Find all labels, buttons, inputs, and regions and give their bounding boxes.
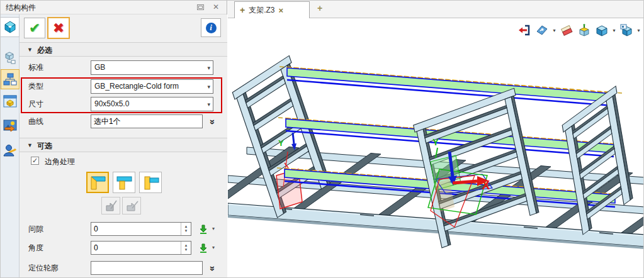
section-required[interactable]: ▼ 必选	[20, 42, 227, 57]
view-toolbar: ▾	[516, 22, 641, 38]
user-icon	[3, 143, 18, 158]
angle-inherit-button[interactable]	[197, 242, 210, 254]
axis-y-label: Y	[432, 136, 439, 147]
tab-hierarchy-icon[interactable]	[1, 69, 20, 89]
trim-icon	[103, 198, 118, 213]
section-pin-button[interactable]	[576, 22, 592, 38]
info-button[interactable]: i	[201, 18, 221, 37]
section-optional-label: 可选	[37, 141, 52, 152]
hierarchy-icon	[3, 72, 18, 87]
double-chevron-icon: »	[208, 119, 219, 123]
collapse-arrow-icon: ▼	[27, 47, 33, 53]
application-window: 结构构件 ✕	[0, 0, 644, 278]
standard-value: GB	[94, 63, 105, 72]
double-chevron-icon: »	[208, 265, 219, 270]
cancel-button[interactable]: ✖	[47, 17, 70, 39]
angle-spin-arrows[interactable]: ▲ ▼	[181, 242, 191, 254]
tab-document[interactable]: + 支架.Z3 ×	[234, 1, 310, 18]
tab-view-window-icon[interactable]	[1, 91, 20, 111]
gap-inherit-button[interactable]	[197, 223, 210, 235]
spin-down-icon[interactable]: ▼	[184, 248, 188, 252]
model-viewport-3d[interactable]: Y	[228, 18, 644, 278]
section-optional[interactable]: ▼ 可选	[20, 138, 227, 152]
tab-shape-icon[interactable]	[1, 17, 20, 37]
shape-cube-icon	[3, 19, 18, 35]
axis-x-label: X	[482, 178, 490, 192]
cancel-x-icon: ✖	[53, 20, 64, 36]
chevron-down-icon: ▾	[207, 98, 210, 111]
view-window-icon	[3, 94, 18, 109]
info-icon: i	[206, 23, 217, 33]
structural-member-panel: 结构构件 ✕	[1, 1, 227, 278]
display-mode-caret-icon[interactable]: ▾	[611, 28, 617, 33]
chevron-down-icon: ▾	[207, 62, 210, 75]
cube-window-icon	[619, 23, 633, 37]
ok-button[interactable]: ✔	[24, 18, 45, 38]
exit-icon	[517, 23, 531, 37]
panel-title: 结构构件	[6, 3, 36, 13]
angle-inherit-caret-icon[interactable]: ▾	[212, 245, 215, 250]
tab-plus-icon[interactable]: +	[240, 5, 245, 15]
corner-miter-icon	[88, 174, 107, 191]
view-manager-caret-icon[interactable]: ▾	[636, 28, 641, 33]
tab-render-icon[interactable]	[1, 115, 20, 135]
standard-label: 标准	[28, 62, 43, 73]
corner-butt1-button[interactable]	[113, 172, 135, 193]
tab-close-icon[interactable]: ×	[279, 6, 284, 15]
trim-extend-button-1[interactable]	[101, 197, 120, 214]
gap-input[interactable]	[91, 222, 191, 236]
curve-input[interactable]	[91, 114, 203, 128]
type-combobox[interactable]: GB_Rectangle-Cold form ▾	[91, 79, 213, 94]
green-arrow-down-icon	[198, 225, 208, 234]
corner-treatment-label: 边角处理	[45, 157, 75, 167]
shaded-cube-icon	[595, 23, 609, 37]
eraser-icon	[560, 23, 573, 37]
trim-icon	[124, 198, 139, 213]
render-image-icon	[3, 118, 18, 133]
view-plane-button[interactable]	[534, 22, 550, 38]
wireframe-assembly-icon	[3, 50, 18, 65]
type-value: GB_Rectangle-Cold form	[94, 82, 179, 91]
chevron-down-icon: ▾	[207, 81, 210, 94]
display-mode-button[interactable]	[594, 22, 610, 38]
standard-combobox[interactable]: GB ▾	[91, 60, 213, 75]
section-required-label: 必选	[37, 45, 52, 56]
type-label: 类型	[28, 81, 43, 92]
spin-up-icon[interactable]: ▲	[184, 225, 188, 229]
view-plane-caret-icon[interactable]: ▾	[551, 28, 557, 33]
spin-down-icon[interactable]: ▼	[184, 229, 188, 233]
gap-spinner[interactable]: ▲ ▼	[91, 222, 191, 236]
panel-close-icon[interactable]: ✕	[213, 3, 219, 11]
corner-butt2-button[interactable]	[139, 172, 162, 193]
pin-box-icon	[577, 23, 591, 37]
new-tab-button[interactable]: +	[317, 3, 322, 13]
size-value: 90x50x5.0	[94, 99, 129, 108]
selected-rail-top[interactable]	[280, 67, 622, 106]
exit-sketch-button[interactable]	[516, 22, 533, 38]
spin-up-icon[interactable]: ▲	[184, 243, 188, 248]
size-combobox[interactable]: 90x50x5.0 ▾	[91, 97, 213, 111]
angle-input[interactable]	[91, 241, 191, 255]
gap-spin-arrows[interactable]: ▲ ▼	[181, 223, 191, 235]
profile-expand-button[interactable]: »	[207, 261, 220, 275]
panel-float-icon[interactable]	[197, 4, 204, 10]
main-area: + 支架.Z3 × +	[228, 1, 643, 277]
collapse-arrow-icon: ▼	[27, 142, 33, 148]
trim-extend-button-2[interactable]	[122, 197, 141, 214]
gap-label: 间隙	[28, 224, 43, 235]
angle-spinner[interactable]: ▲ ▼	[91, 241, 191, 255]
corner-miter-button[interactable]	[86, 172, 109, 193]
erase-button[interactable]	[558, 22, 575, 38]
tab-wireframe-icon[interactable]	[1, 48, 20, 68]
tab-user-icon[interactable]	[1, 140, 20, 160]
axis-y-label-left: Y	[278, 138, 284, 148]
corner-butt2-icon	[141, 174, 160, 191]
gap-inherit-caret-icon[interactable]: ▾	[212, 226, 215, 231]
size-label: 尺寸	[28, 99, 43, 109]
corner-treatment-checkbox[interactable]: ✓	[31, 157, 39, 165]
profile-input[interactable]	[91, 261, 203, 275]
green-arrow-down-icon	[198, 243, 208, 253]
corner-butt1-icon	[115, 174, 133, 191]
curve-expand-button[interactable]: »	[207, 114, 220, 128]
view-manager-button[interactable]	[618, 22, 635, 38]
